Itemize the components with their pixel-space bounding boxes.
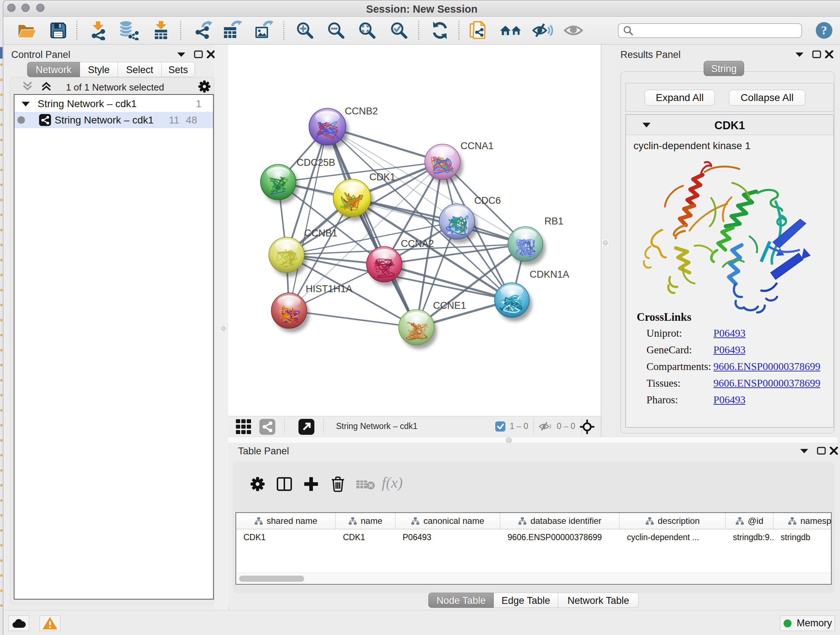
network-node-CCNB1[interactable]: CCNB1 [269, 228, 338, 277]
table-cell[interactable]: CDK1 [236, 532, 336, 542]
collapse-all-button[interactable]: Collapse All [729, 90, 805, 106]
show-hidden-button[interactable] [563, 20, 584, 41]
birds-eye-grid-icon[interactable] [236, 419, 253, 434]
control-panel-splitter[interactable] [215, 44, 229, 610]
table-cell[interactable]: 9606.ENSP00000378699 [500, 532, 620, 542]
splitter-handle[interactable] [602, 239, 609, 247]
network-node-CCNB2[interactable]: CCNB2 [309, 106, 378, 149]
tab-style[interactable]: Style [80, 62, 118, 77]
apply-layout-button[interactable] [430, 20, 450, 41]
network-edge-CCNB2-HIST1H1A[interactable] [289, 127, 327, 310]
column-header-shared-name[interactable]: shared name [236, 513, 336, 529]
column-header--id[interactable]: @id [726, 513, 774, 529]
table-options-gear-icon[interactable] [250, 477, 265, 492]
show-all-networks-button[interactable] [500, 20, 522, 41]
results-panel-splitter[interactable] [601, 44, 616, 437]
column-header-description[interactable]: description [620, 513, 726, 529]
import-network-from-file-button[interactable] [88, 20, 107, 41]
export-image-button[interactable] [254, 20, 273, 41]
network-node-RB1[interactable]: RB1 [508, 216, 564, 265]
crosslink-link[interactable]: P06493 [714, 327, 745, 339]
network-canvas[interactable]: CCNB2CCNA1CDC25BCDK1CDC6RB1CCNB1CCNA2CDK… [228, 44, 601, 416]
memory-button[interactable]: Memory [780, 616, 835, 631]
zoom-out-button[interactable] [327, 20, 346, 41]
table-cell[interactable]: CDK1 [336, 532, 395, 542]
table-horizontal-scrollbar[interactable] [237, 573, 831, 584]
clone-network-button[interactable] [469, 20, 488, 41]
table-cell[interactable]: stringdb [774, 532, 832, 542]
column-header-namespace[interactable]: namespace [774, 513, 832, 529]
zoom-in-button[interactable] [295, 20, 314, 41]
open-session-button[interactable] [17, 20, 36, 41]
float-menu-icon[interactable] [177, 51, 186, 57]
import-table-from-file-button[interactable] [152, 20, 171, 41]
tab-sets[interactable]: Sets [162, 62, 195, 77]
close-panel-icon[interactable] [207, 50, 215, 58]
table-row[interactable]: CDK1CDK1P064939606.ENSP00000378699cyclin… [236, 529, 831, 545]
scrollbar-thumb[interactable] [239, 576, 304, 582]
share-view-icon[interactable] [259, 419, 275, 435]
hidden-eye-icon[interactable] [538, 421, 554, 432]
splitter-handle[interactable] [219, 325, 227, 333]
collapse-all-chevron-icon[interactable] [22, 81, 33, 91]
collection-label: String Network – cdk1 [38, 98, 137, 110]
expand-all-chevron-icon[interactable] [41, 81, 51, 91]
node-label-CDC6: CDC6 [474, 195, 501, 206]
network-node-CDC6[interactable]: CDC6 [439, 195, 501, 243]
column-header-name[interactable]: name [336, 513, 395, 529]
tab-string[interactable]: String [704, 61, 744, 76]
column-header-database-identifier[interactable]: database identifier [500, 513, 620, 529]
network-row-selected[interactable]: String Network – cdk1 11 48 [14, 112, 213, 128]
expand-all-button[interactable]: Expand All [645, 90, 715, 106]
eye-slash-icon [532, 21, 553, 40]
tab-node-table[interactable]: Node Table [428, 593, 494, 608]
zoom-selected-button[interactable] [390, 20, 409, 41]
tab-edge-table[interactable]: Edge Table [494, 593, 558, 608]
help-button[interactable]: ? [815, 20, 833, 41]
hide-selected-button[interactable] [532, 20, 553, 41]
close-panel-icon[interactable] [825, 50, 834, 58]
selected-checkbox-icon[interactable] [495, 421, 505, 432]
export-network-button[interactable] [194, 20, 213, 41]
add-column-icon[interactable] [303, 477, 319, 492]
network-node-HIST1H1A[interactable]: HIST1H1A [271, 283, 352, 333]
tab-select[interactable]: Select [118, 62, 162, 77]
import-network-from-database-button[interactable] [118, 20, 139, 41]
table-cell[interactable]: stringdb:9... [726, 532, 774, 542]
network-graph[interactable]: CCNB2CCNA1CDC25BCDK1CDC6RB1CCNB1CCNA2CDK… [228, 44, 601, 416]
save-session-button[interactable] [49, 20, 68, 41]
open-view-in-window-icon[interactable] [298, 419, 314, 435]
close-panel-icon[interactable] [829, 447, 838, 455]
split-columns-icon[interactable] [277, 477, 292, 491]
float-window-icon[interactable] [817, 447, 826, 455]
crosslink-link[interactable]: P06493 [714, 344, 745, 356]
float-window-icon[interactable] [812, 50, 821, 58]
cloud-status-button[interactable] [8, 616, 29, 631]
column-header-canonical-name[interactable]: canonical name [395, 513, 500, 529]
export-table-button[interactable] [223, 20, 243, 41]
background-dot [0, 454, 3, 456]
network-node-CCNE1[interactable]: CCNE1 [399, 300, 466, 349]
table-cell[interactable]: cyclin-dependent ... [620, 532, 726, 542]
collection-expander-icon[interactable] [21, 101, 30, 107]
protein-header-row[interactable]: CDK1 [626, 115, 834, 135]
network-options-gear-icon[interactable] [198, 80, 211, 93]
search-input[interactable] [634, 25, 794, 36]
network-collection-row[interactable]: String Network – cdk1 1 [14, 96, 213, 112]
float-menu-icon[interactable] [799, 448, 809, 454]
crosslink-link[interactable]: 9606.ENSP00000378699 [714, 361, 821, 372]
center-view-icon[interactable] [580, 420, 594, 434]
warnings-button[interactable] [39, 616, 60, 631]
float-menu-icon[interactable] [795, 51, 804, 57]
zoom-fit-button[interactable] [358, 20, 377, 41]
float-window-icon[interactable] [194, 50, 203, 58]
table-cell[interactable]: P06493 [395, 532, 500, 542]
network-node-CDKN1A[interactable]: CDKN1A [494, 269, 569, 321]
network-node-CCNA1[interactable]: CCNA1 [425, 141, 494, 184]
tab-network[interactable]: Network [27, 62, 80, 77]
crosslink-link[interactable]: 9606.ENSP00000378699 [714, 377, 821, 389]
delete-column-icon[interactable] [331, 476, 345, 492]
tab-network-table[interactable]: Network Table [558, 593, 639, 608]
crosslink-link[interactable]: P06493 [714, 394, 745, 406]
network-edge-CCNB2-CCNE1[interactable] [327, 127, 416, 327]
